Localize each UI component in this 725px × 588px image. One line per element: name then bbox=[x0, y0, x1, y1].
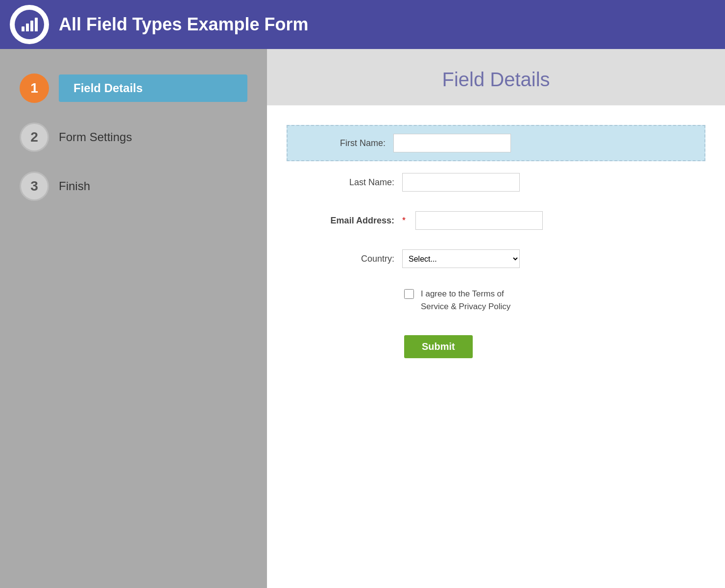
email-input[interactable] bbox=[415, 211, 543, 230]
content-area: Field Details First Name: Last Name: Ema… bbox=[267, 49, 725, 588]
section-title: Field Details bbox=[296, 69, 696, 91]
email-label: Email Address: bbox=[306, 216, 394, 226]
first-name-input[interactable] bbox=[393, 134, 511, 152]
country-select[interactable]: Select... bbox=[402, 249, 520, 268]
last-name-input[interactable] bbox=[402, 173, 520, 192]
step-1-number: 1 bbox=[30, 80, 38, 96]
step-2-number: 2 bbox=[30, 129, 38, 145]
sidebar-item-form-settings[interactable]: 2 Form Settings bbox=[20, 122, 247, 152]
terms-row: I agree to the Terms of Service & Privac… bbox=[394, 280, 696, 320]
logo-container bbox=[10, 5, 49, 44]
country-row: Country: Select... bbox=[296, 242, 696, 276]
submit-button[interactable]: Submit bbox=[404, 335, 473, 358]
content-body: First Name: Last Name: Email Address: * … bbox=[267, 105, 725, 588]
bar-chart-icon bbox=[22, 18, 38, 31]
last-name-row: Last Name: bbox=[296, 165, 696, 199]
step-3-label: Finish bbox=[59, 179, 90, 193]
main-layout: 1 Field Details 2 Form Settings 3 Finish… bbox=[0, 49, 725, 588]
app-title: All Field Types Example Form bbox=[59, 14, 308, 35]
first-name-label: First Name: bbox=[297, 138, 386, 148]
required-indicator: * bbox=[402, 216, 406, 226]
step-1-label: Field Details bbox=[73, 81, 143, 95]
logo-inner bbox=[15, 10, 44, 39]
country-label: Country: bbox=[306, 254, 394, 264]
app-header: All Field Types Example Form bbox=[0, 0, 725, 49]
step-1-label-container: Field Details bbox=[59, 74, 247, 102]
email-row: Email Address: * bbox=[296, 203, 696, 238]
terms-label: I agree to the Terms of Service & Privac… bbox=[421, 288, 519, 313]
step-3-number: 3 bbox=[30, 178, 38, 194]
sidebar: 1 Field Details 2 Form Settings 3 Finish bbox=[0, 49, 267, 588]
step-3-circle: 3 bbox=[20, 172, 49, 201]
terms-checkbox[interactable] bbox=[404, 289, 414, 299]
step-1-circle: 1 bbox=[20, 74, 49, 103]
content-header: Field Details bbox=[267, 49, 725, 105]
sidebar-item-field-details[interactable]: 1 Field Details bbox=[20, 74, 247, 103]
submit-row: Submit bbox=[394, 330, 696, 363]
first-name-row: First Name: bbox=[287, 125, 705, 161]
last-name-label: Last Name: bbox=[306, 177, 394, 188]
sidebar-item-finish[interactable]: 3 Finish bbox=[20, 172, 247, 201]
step-2-circle: 2 bbox=[20, 122, 49, 152]
step-2-label: Form Settings bbox=[59, 130, 132, 144]
